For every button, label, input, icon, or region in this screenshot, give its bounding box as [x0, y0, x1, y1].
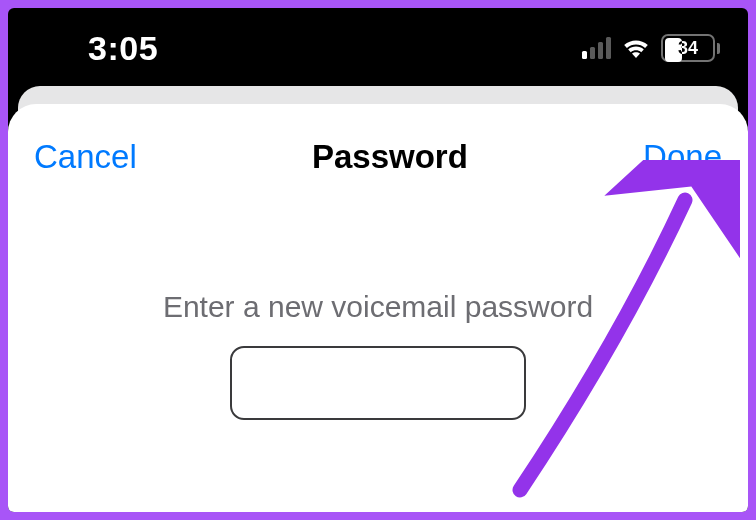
status-indicators: 34: [582, 34, 720, 62]
cellular-signal-icon: [582, 37, 611, 59]
battery-percent: 34: [665, 38, 711, 59]
sheet-header: Cancel Password Done: [34, 138, 722, 176]
battery-indicator: 34: [661, 34, 720, 62]
wifi-icon: [621, 37, 651, 59]
status-time: 3:05: [36, 29, 158, 68]
prompt-label: Enter a new voicemail password: [34, 290, 722, 324]
done-button[interactable]: Done: [643, 138, 722, 176]
voicemail-password-input[interactable]: [230, 346, 526, 420]
modal-sheet: Cancel Password Done Enter a new voicema…: [8, 104, 748, 512]
cancel-button[interactable]: Cancel: [34, 138, 137, 176]
status-bar: 3:05 34: [8, 8, 748, 80]
sheet-title: Password: [137, 138, 643, 176]
device-frame: 3:05 34 Cancel: [8, 8, 748, 512]
